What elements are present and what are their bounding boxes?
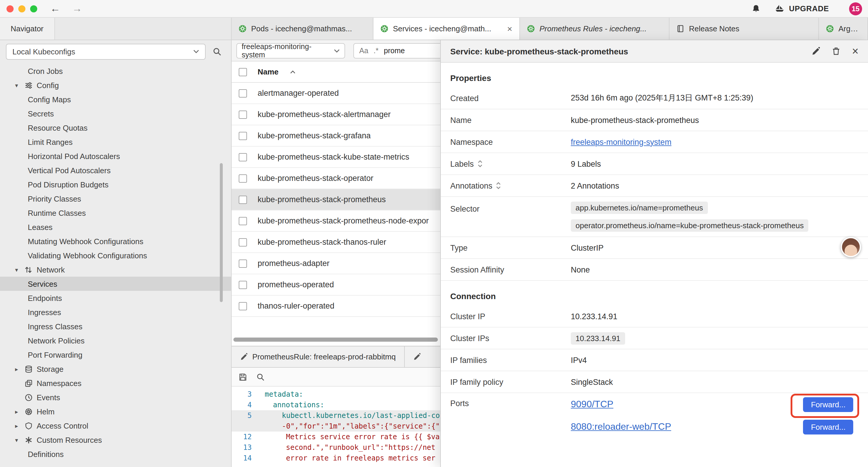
edit-pencil-icon[interactable] xyxy=(811,47,820,56)
tab-navigator[interactable]: Navigator xyxy=(0,18,55,39)
sidebar-item-namespaces[interactable]: Namespaces xyxy=(0,376,231,390)
sidebar-item-mutating-webhook-configurations[interactable]: Mutating Webhook Configurations xyxy=(0,234,231,248)
sidebar-item-services[interactable]: Services xyxy=(0,276,231,291)
port-link[interactable]: 9090/TCP xyxy=(571,399,613,410)
sidebar-item-vertical-pod-autoscalers[interactable]: Vertical Pod Autoscalers xyxy=(0,163,231,177)
close-tab-icon[interactable]: × xyxy=(507,24,512,33)
sidebar-item-events[interactable]: Events xyxy=(0,390,231,404)
property-row-ip-family-policy: IP family policy SingleStack xyxy=(441,371,868,393)
expand-updown-icon[interactable] xyxy=(477,160,483,167)
sidebar-item-cron-jobs[interactable]: Cron Jobs xyxy=(0,64,231,78)
tab-argo[interactable]: Argo Se xyxy=(819,18,868,39)
minimize-window-button[interactable] xyxy=(18,5,25,12)
sidebar-item-pod-disruption-budgets[interactable]: Pod Disruption Budgets xyxy=(0,177,231,192)
row-checkbox[interactable] xyxy=(239,259,247,267)
tab-services[interactable]: Services - icecheng@math... × xyxy=(373,18,520,39)
match-case-toggle[interactable]: Aa xyxy=(359,47,368,55)
sidebar-item-leases[interactable]: Leases xyxy=(0,220,231,234)
code-text: kubectl.kubernetes.io/last-applied-co xyxy=(260,411,440,420)
namespace-link[interactable]: freeleaps-monitoring-system xyxy=(571,138,672,146)
sidebar-item-port-forwarding[interactable]: Port Forwarding xyxy=(0,348,231,362)
sidebar-item-horizontal-pod-autoscalers[interactable]: Horizontal Pod Autoscalers xyxy=(0,149,231,163)
service-name: kube-prometheus-stack-kube-state-metrics xyxy=(258,152,409,162)
sidebar-item-validating-webhook-configurations[interactable]: Validating Webhook Configurations xyxy=(0,248,231,262)
dock-tab-partial[interactable] xyxy=(405,346,446,367)
service-name: kube-prometheus-stack-thanos-ruler xyxy=(258,238,386,246)
upgrade-button[interactable]: UPGRADE xyxy=(775,4,829,13)
back-arrow-icon[interactable]: ← xyxy=(50,3,60,14)
forward-port-button[interactable]: Forward... xyxy=(803,397,853,412)
row-checkbox[interactable] xyxy=(239,132,247,140)
sidebar-group-config[interactable]: ▾ Config xyxy=(0,78,231,92)
select-all-checkbox[interactable] xyxy=(239,68,247,76)
row-checkbox[interactable] xyxy=(239,281,247,289)
notifications-bell-icon[interactable] xyxy=(752,4,761,13)
notification-count-badge[interactable]: 15 xyxy=(849,2,862,15)
config-icon xyxy=(24,81,33,89)
property-label: Labels xyxy=(450,159,474,168)
search-icon[interactable] xyxy=(256,373,265,381)
user-avatar[interactable] xyxy=(841,237,861,257)
dock-tab-prometheusrule[interactable]: PrometheusRule: freeleaps-prod-rabbitmq xyxy=(231,346,405,367)
upgrade-ship-icon xyxy=(775,4,785,13)
property-row-ip-families: IP families IPv4 xyxy=(441,349,868,371)
namespace-dropdown[interactable]: freeleaps-monitoring-system xyxy=(236,43,345,58)
row-checkbox[interactable] xyxy=(239,302,247,310)
sidebar-item-limit-ranges[interactable]: Limit Ranges xyxy=(0,135,231,149)
property-label: Annotations xyxy=(450,181,493,190)
sidebar-item-label: Access Control xyxy=(37,421,88,430)
line-number: 12 xyxy=(231,433,260,441)
sort-ascending-icon[interactable] xyxy=(290,70,296,74)
tab-prometheus-rules[interactable]: Prometheus Rules - icecheng... xyxy=(520,18,670,39)
forward-arrow-icon[interactable]: → xyxy=(72,3,82,14)
search-icon[interactable] xyxy=(213,47,222,56)
sidebar-item-runtime-classes[interactable]: Runtime Classes xyxy=(0,206,231,220)
row-checkbox[interactable] xyxy=(239,217,247,225)
regex-toggle[interactable]: .* xyxy=(374,47,379,55)
chevron-down-icon: ▾ xyxy=(13,82,20,88)
window-controls xyxy=(0,5,37,12)
row-checkbox[interactable] xyxy=(239,195,247,204)
close-drawer-icon[interactable]: × xyxy=(852,46,859,57)
sidebar-item-definitions[interactable]: Definitions xyxy=(0,447,231,461)
sidebar-group-storage[interactable]: ▸ Storage xyxy=(0,362,231,376)
sidebar-item-resource-quotas[interactable]: Resource Quotas xyxy=(0,121,231,135)
sidebar-group-helm[interactable]: ▸ Helm xyxy=(0,404,231,418)
row-checkbox[interactable] xyxy=(239,110,247,119)
row-checkbox[interactable] xyxy=(239,89,247,97)
sidebar-item-secrets[interactable]: Secrets xyxy=(0,107,231,121)
delete-trash-icon[interactable] xyxy=(832,47,840,56)
tab-release-notes[interactable]: Release Notes xyxy=(670,18,819,39)
kubeconfig-dropdown[interactable]: Local Kubeconfigs xyxy=(6,43,206,59)
property-label: Selector xyxy=(450,202,571,213)
sidebar-item-label: Definitions xyxy=(28,449,64,459)
forward-port-button[interactable]: Forward... xyxy=(803,419,853,434)
close-window-button[interactable] xyxy=(6,5,13,12)
sidebar-item-endpoints[interactable]: Endpoints xyxy=(0,291,231,305)
sidebar-item-priority-classes[interactable]: Priority Classes xyxy=(0,192,231,206)
sidebar-item-label: Vertical Pod Autoscalers xyxy=(28,166,111,175)
sidebar-item-label: Limit Ranges xyxy=(28,138,73,146)
sidebar-scrollbar[interactable] xyxy=(220,163,223,302)
row-checkbox[interactable] xyxy=(239,238,247,246)
storage-icon xyxy=(24,365,33,373)
sidebar-item-config-maps[interactable]: Config Maps xyxy=(0,92,231,107)
maximize-window-button[interactable] xyxy=(30,5,37,12)
sidebar-group-network[interactable]: ▾ Network xyxy=(0,262,231,276)
name-column-header[interactable]: Name xyxy=(258,67,279,76)
tab-pods[interactable]: Pods - icecheng@mathmas... xyxy=(231,18,373,39)
row-checkbox[interactable] xyxy=(239,153,247,161)
sidebar-group-custom-resources[interactable]: ▾ Custom Resources xyxy=(0,433,231,447)
row-checkbox[interactable] xyxy=(239,174,247,182)
port-link[interactable]: 8080:reloader-web/TCP xyxy=(571,421,671,432)
sidebar-item-ingresses[interactable]: Ingresses xyxy=(0,305,231,319)
horizontal-scrollbar[interactable] xyxy=(234,338,438,342)
expand-updown-icon[interactable] xyxy=(496,182,501,189)
sidebar-item-label: Pod Disruption Budgets xyxy=(28,180,108,189)
save-icon[interactable] xyxy=(239,373,247,381)
sidebar-group-access-control[interactable]: ▸ Access Control xyxy=(0,418,231,433)
sidebar-item-label: Namespaces xyxy=(37,379,82,387)
sidebar-item-ingress-classes[interactable]: Ingress Classes xyxy=(0,319,231,333)
sidebar-item-network-policies[interactable]: Network Policies xyxy=(0,333,231,348)
service-details-drawer: Service: kube-prometheus-stack-prometheu… xyxy=(440,40,868,467)
